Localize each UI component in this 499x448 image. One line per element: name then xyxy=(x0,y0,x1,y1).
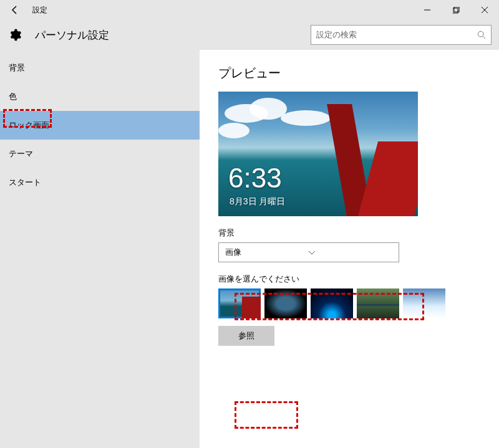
lockscreen-preview: 6:33 8月3日 月曜日 xyxy=(218,92,418,216)
background-label: 背景 xyxy=(218,227,480,239)
preview-date: 8月3日 月曜日 xyxy=(230,196,285,207)
preview-time: 6:33 xyxy=(228,163,282,194)
thumbnail-4[interactable] xyxy=(357,288,399,318)
image-thumbnails xyxy=(218,288,480,318)
search-placeholder: 設定の検索 xyxy=(316,29,477,41)
main-content: プレビュー 6:33 8月3日 月曜日 背景 画像 画像を選んでください xyxy=(200,50,499,448)
sidebar: 背景 色 ロック画面 テーマ スタート xyxy=(0,50,200,448)
sidebar-item-color[interactable]: 色 xyxy=(0,82,200,111)
close-button[interactable] xyxy=(470,0,499,20)
window-title: 設定 xyxy=(30,5,413,16)
sidebar-item-theme[interactable]: テーマ xyxy=(0,140,200,168)
header: パーソナル設定 設定の検索 xyxy=(0,20,499,50)
thumbnail-5[interactable] xyxy=(403,288,445,318)
titlebar: 設定 xyxy=(0,0,499,20)
sidebar-item-background[interactable]: 背景 xyxy=(0,54,200,82)
svg-rect-1 xyxy=(453,8,458,13)
thumbnail-3[interactable] xyxy=(311,288,353,318)
svg-point-3 xyxy=(478,31,483,37)
gear-icon[interactable] xyxy=(0,20,30,50)
sidebar-item-start[interactable]: スタート xyxy=(0,168,200,197)
minimize-button[interactable] xyxy=(413,0,442,20)
preview-heading: プレビュー xyxy=(218,65,480,82)
choose-image-label: 画像を選んでください xyxy=(218,274,480,285)
thumbnail-1[interactable] xyxy=(218,288,261,318)
svg-rect-2 xyxy=(454,7,459,12)
maximize-button[interactable] xyxy=(442,0,470,20)
sidebar-item-lockscreen[interactable]: ロック画面 xyxy=(0,111,200,140)
window-controls xyxy=(413,0,499,20)
chevron-down-icon xyxy=(309,249,392,256)
search-input[interactable]: 設定の検索 xyxy=(311,25,492,45)
search-icon xyxy=(477,31,486,39)
svg-line-4 xyxy=(483,36,485,39)
thumbnail-2[interactable] xyxy=(264,288,307,318)
background-dropdown[interactable]: 画像 xyxy=(218,242,399,262)
browse-button[interactable]: 参照 xyxy=(218,326,274,346)
page-title: パーソナル設定 xyxy=(30,28,311,42)
back-button[interactable] xyxy=(0,0,30,20)
